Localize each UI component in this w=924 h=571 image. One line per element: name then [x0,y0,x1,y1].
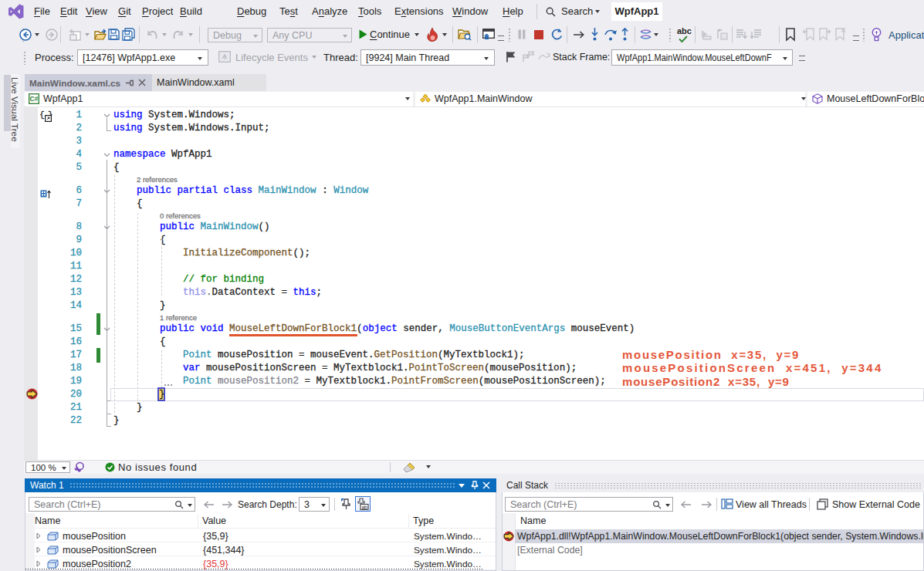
svg-text:C#: C# [30,95,39,103]
svg-text:ab: ab [361,505,367,510]
